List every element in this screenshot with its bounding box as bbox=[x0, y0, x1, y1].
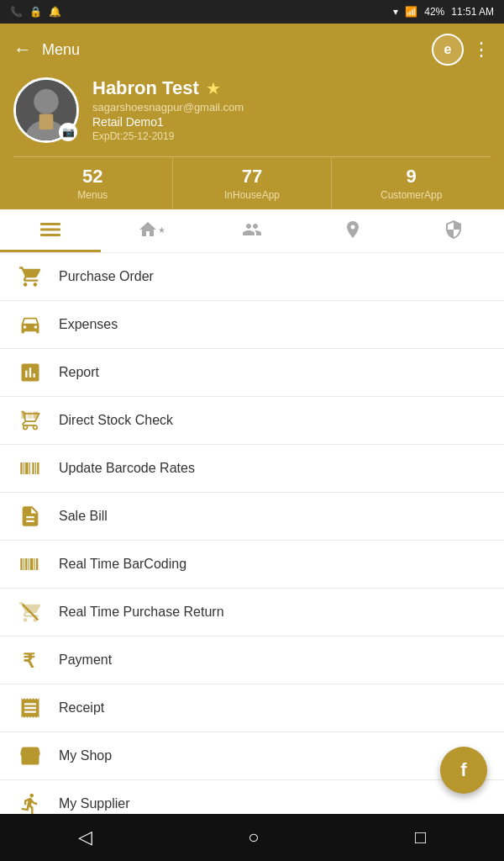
update-barcode-rates-icon bbox=[17, 457, 44, 480]
signal-icon: 📶 bbox=[405, 6, 417, 18]
menu-item-real-time-purchase-return[interactable]: Real Time Purchase Return bbox=[0, 589, 504, 637]
tab-home-favorites[interactable]: ★ bbox=[101, 209, 202, 252]
profile-avatar-wrap: 📷 bbox=[13, 77, 79, 143]
real-time-barcoding-icon bbox=[17, 552, 44, 576]
notification-icon: 🔔 bbox=[49, 6, 61, 18]
profile-name-row: Habron Test ★ bbox=[92, 77, 491, 99]
fab-button[interactable]: f bbox=[440, 747, 487, 794]
status-right: ▾ 📶 42% 11:51 AM bbox=[393, 6, 494, 18]
tab-bar: ★ bbox=[0, 209, 504, 253]
status-bar: 📞 🔒 🔔 ▾ 📶 42% 11:51 AM bbox=[0, 0, 504, 24]
menu-item-payment[interactable]: ₹Payment bbox=[0, 637, 504, 684]
page-title: Menu bbox=[42, 41, 80, 59]
direct-stock-check-label: Direct Stock Check bbox=[59, 413, 173, 428]
expenses-label: Expenses bbox=[59, 317, 118, 332]
back-nav-button[interactable]: ◁ bbox=[78, 827, 92, 848]
star-icon: ★ bbox=[206, 78, 221, 98]
recent-nav-button[interactable]: □ bbox=[415, 827, 426, 848]
profile-expiry: ExpDt:25-12-2019 bbox=[92, 130, 491, 142]
camera-icon[interactable]: 📷 bbox=[59, 123, 77, 141]
menu-item-purchase-order[interactable]: Purchase Order bbox=[0, 253, 504, 301]
tab-contacts[interactable] bbox=[202, 209, 302, 252]
lock-icon: 🔒 bbox=[29, 6, 42, 18]
home-nav-button[interactable]: ○ bbox=[248, 827, 259, 848]
my-supplier-icon bbox=[17, 792, 44, 816]
report-label: Report bbox=[59, 365, 99, 380]
header-top: ← Menu e ⋮ bbox=[13, 34, 491, 66]
svg-rect-8 bbox=[28, 412, 33, 419]
header-left: ← Menu bbox=[13, 39, 80, 61]
svg-rect-6 bbox=[40, 234, 60, 236]
bottom-nav: ◁ ○ □ bbox=[0, 814, 504, 861]
header-right: e ⋮ bbox=[432, 34, 491, 66]
payment-label: Payment bbox=[59, 652, 112, 668]
wifi-icon: ▾ bbox=[393, 6, 398, 18]
sale-bill-label: Sale Bill bbox=[59, 509, 108, 524]
phone-icon: 📞 bbox=[10, 6, 23, 18]
profile-info: Habron Test ★ sagarshoesnagpur@gmail.com… bbox=[92, 77, 491, 142]
my-shop-label: My Shop bbox=[59, 748, 112, 763]
back-button[interactable]: ← bbox=[13, 39, 32, 61]
real-time-purchase-return-icon bbox=[17, 600, 44, 624]
receipt-icon bbox=[17, 696, 44, 720]
purchase-order-icon bbox=[17, 265, 44, 288]
header: ← Menu e ⋮ 📷 Habr bbox=[0, 24, 504, 209]
menu-item-sale-bill[interactable]: Sale Bill bbox=[0, 493, 504, 541]
svg-text:₹: ₹ bbox=[23, 650, 35, 672]
report-icon bbox=[17, 361, 44, 384]
stat-menus: 52 Menus bbox=[13, 157, 173, 209]
direct-stock-check-icon bbox=[17, 409, 44, 432]
my-supplier-label: My Supplier bbox=[59, 796, 129, 811]
payment-icon: ₹ bbox=[17, 648, 44, 672]
menu-list: Purchase OrderExpensesReportDirect Stock… bbox=[0, 253, 504, 861]
menu-item-receipt[interactable]: Receipt bbox=[0, 684, 504, 732]
tab-menu[interactable] bbox=[0, 209, 101, 252]
menu-item-real-time-barcoding[interactable]: Real Time BarCoding bbox=[0, 541, 504, 589]
menu-item-expenses[interactable]: Expenses bbox=[0, 301, 504, 349]
profile-section: 📷 Habron Test ★ sagarshoesnagpur@gmail.c… bbox=[13, 77, 491, 156]
menu-item-update-barcode-rates[interactable]: Update Barcode Rates bbox=[0, 445, 504, 493]
receipt-label: Receipt bbox=[59, 700, 104, 716]
menu-item-direct-stock-check[interactable]: Direct Stock Check bbox=[0, 397, 504, 445]
battery-text: 42% bbox=[424, 6, 444, 18]
stat-customer: 9 CustomerApp bbox=[332, 157, 491, 209]
tab-security[interactable] bbox=[403, 209, 504, 252]
user-avatar-badge[interactable]: e bbox=[432, 34, 464, 66]
real-time-barcoding-label: Real Time BarCoding bbox=[59, 557, 186, 572]
menu-item-my-shop[interactable]: My Shop bbox=[0, 732, 504, 780]
svg-rect-9 bbox=[34, 412, 39, 419]
status-icons: 📞 🔒 🔔 bbox=[10, 6, 61, 18]
real-time-purchase-return-label: Real Time Purchase Return bbox=[59, 605, 224, 620]
my-shop-icon bbox=[17, 744, 44, 768]
stats-row: 52 Menus 77 InHouseApp 9 CustomerApp bbox=[13, 156, 491, 209]
expenses-icon bbox=[17, 313, 44, 336]
profile-email: sagarshoesnagpur@gmail.com bbox=[92, 101, 491, 114]
svg-rect-4 bbox=[40, 223, 60, 225]
svg-rect-5 bbox=[40, 229, 60, 231]
profile-role: Retail Demo1 bbox=[92, 115, 491, 129]
svg-rect-7 bbox=[22, 412, 27, 419]
sale-bill-icon bbox=[17, 504, 44, 528]
profile-name: Habron Test bbox=[92, 77, 199, 99]
purchase-order-label: Purchase Order bbox=[59, 269, 154, 284]
more-options-icon[interactable]: ⋮ bbox=[472, 39, 491, 61]
menu-item-report[interactable]: Report bbox=[0, 349, 504, 397]
update-barcode-rates-label: Update Barcode Rates bbox=[59, 461, 195, 476]
time-text: 11:51 AM bbox=[451, 6, 494, 18]
tab-location[interactable] bbox=[302, 209, 403, 252]
svg-point-1 bbox=[34, 89, 59, 114]
svg-rect-3 bbox=[39, 114, 54, 129]
stat-inhouse: 77 InHouseApp bbox=[173, 157, 333, 209]
